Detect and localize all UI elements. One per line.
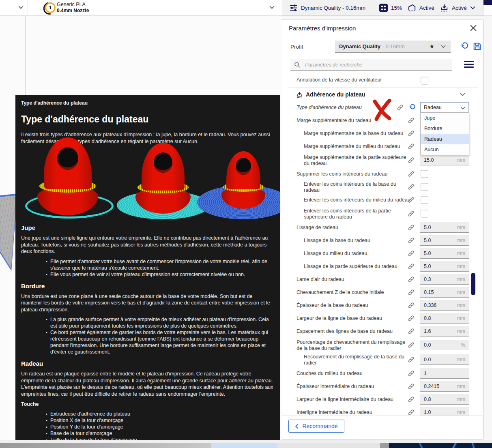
tooltip-sections: JupeUne jupe est une simple ligne qui en… (21, 224, 274, 397)
setting-value: 5.0 (424, 225, 431, 230)
setting-value: 0.15 (424, 289, 434, 295)
profile-select[interactable]: Dynamic Quality - 0.16mm ★ (335, 41, 451, 53)
setting-value-field[interactable]: 15.0mm (420, 155, 469, 165)
tooltip-bullet: Position Y de la tour d'amorçage (50, 424, 269, 430)
recommended-button[interactable]: Recommandé (288, 420, 344, 433)
setting-label: Interligne intermédiaire du radeau (296, 409, 411, 416)
dropdown-option-jupe[interactable]: Jupe (421, 113, 469, 123)
setting-row: Supprimer les coins intérieurs du radeau (282, 167, 483, 180)
setting-checkbox[interactable] (421, 77, 428, 84)
setting-checkbox[interactable] (421, 210, 428, 218)
link-icon (408, 184, 414, 190)
setting-value: 0.2415 (424, 384, 439, 389)
setting-unit: mm (457, 289, 465, 295)
adhesion-dropdown-popup: JupeBordureRadeauAucun (420, 112, 469, 155)
setting-unit: mm (457, 157, 465, 163)
tooltip-touche-list: Extrudeuse d'adhérence du plateauPositio… (21, 411, 274, 441)
setting-value-field[interactable]: 0.0% (420, 340, 469, 350)
setting-value-field[interactable]: 1 (420, 368, 469, 379)
tooltip-bullet: Position X de la tour d'amorçage (50, 417, 269, 424)
taskbar-window-preview (211, 443, 277, 448)
setting-label: Épaisseur de la base du radeau (296, 302, 411, 309)
setting-value-field[interactable]: 0.8mm (420, 313, 469, 324)
chevron-down-icon[interactable] (460, 93, 465, 96)
dropdown-option-bordure[interactable]: Bordure (421, 123, 469, 134)
setting-value-field[interactable]: 5.0mm (420, 261, 469, 272)
taskbar-segment (380, 443, 389, 448)
revert-icon[interactable] (408, 104, 415, 111)
setting-row: Largeur de la ligne de base du radeau0.8… (282, 312, 483, 325)
skirt-model-image (26, 148, 114, 219)
setting-value-field[interactable]: 0.2415mm (420, 381, 469, 392)
setting-value-field[interactable]: 0.8mm (420, 394, 469, 405)
setting-row: Lissage de radeau5.0mm (282, 221, 483, 234)
profile-suffix: - 0.16mm (382, 43, 405, 49)
setting-row: Pourcentage de chevauchement du rempliss… (282, 338, 483, 352)
category-adhesion[interactable]: Adhérence du plateau (282, 88, 483, 101)
fan-speed-override-row: Annulation de la vitesse du ventilateur (282, 73, 483, 88)
setting-value: 15.0 (424, 157, 434, 163)
close-icon[interactable] (469, 24, 477, 32)
dropdown-option-radeau[interactable]: Radeau (421, 134, 469, 144)
setting-checkbox[interactable] (421, 170, 428, 178)
setting-label: Annulation de la vitesse du ventilateur (296, 77, 382, 83)
setting-value: 5.0 (424, 251, 431, 256)
setting-value: 0.0 (424, 342, 431, 348)
buildplate-edge-line (25, 16, 26, 96)
scrollbar-thumb[interactable] (471, 273, 475, 295)
setting-label: Espacement des lignes de base du radeau (296, 328, 411, 334)
select-value: Radeau (424, 105, 442, 110)
adhesion-summary-label: Activé (452, 5, 467, 11)
printer-selector-chevron-icon[interactable] (18, 6, 24, 9)
setting-value: 0.8 (424, 315, 431, 321)
desktop-wallpaper-corner (483, 0, 492, 5)
setting-value-field[interactable]: 5.0mm (420, 248, 469, 259)
tooltip-touche-label: Touche (21, 401, 274, 407)
profile-summary: Dynamic Quality - 0.16mm (289, 0, 365, 15)
setting-value-field[interactable]: 0.15mm (420, 287, 469, 298)
setting-value-field[interactable]: 1.0mm (420, 407, 469, 416)
extruder-selector-chevron-icon[interactable] (269, 6, 275, 9)
panel-resize-handle[interactable]: ··· (379, 434, 386, 439)
setting-value-field[interactable]: 5.0mm (420, 222, 469, 233)
search-box[interactable] (290, 59, 452, 71)
setting-label: Lissage du milieu du radeau (304, 251, 411, 257)
setting-value-field[interactable]: 0.0mm (420, 354, 469, 365)
setting-label: Lissage de radeau (296, 225, 411, 231)
setting-row: Chevauchement Z de la couche initiale0.1… (282, 286, 483, 299)
setting-row: Recouvrement du remplissage de la base d… (282, 352, 483, 367)
setting-value-field[interactable]: 1.6mm (420, 326, 469, 337)
material-name: Generic PLA (57, 2, 86, 7)
setting-checkbox[interactable] (421, 183, 428, 191)
setting-label: Marge supplémentaire de la partie supéri… (304, 154, 411, 166)
setting-value-field[interactable]: 0.336mm (420, 300, 469, 311)
setting-value-field[interactable]: 5.0mm (420, 235, 469, 246)
link-icon (408, 264, 414, 270)
setting-row: Épaisseur de la base du radeau0.336mm (282, 299, 483, 312)
menu-icon[interactable] (464, 60, 474, 69)
adhesion-type-select[interactable]: Radeau (420, 102, 469, 113)
print-settings-summary-bar[interactable]: Dynamic Quality - 0.16mm 15% Activé Acti… (282, 0, 483, 15)
panel-header: Paramètres d'impression (282, 19, 483, 37)
save-profile-icon[interactable] (473, 42, 481, 51)
setting-tooltip: Type d'adhérence du plateau Type d'adhér… (15, 95, 280, 441)
tooltip-bullet: Extrudeuse d'adhérence du plateau (50, 411, 269, 417)
setting-label: Lissage de la base du radeau (304, 238, 411, 244)
search-input[interactable] (304, 60, 448, 70)
buildplate (0, 194, 15, 275)
dropdown-option-aucun[interactable]: Aucun (421, 144, 469, 155)
setting-checkbox[interactable] (421, 196, 428, 204)
link-icon (408, 409, 414, 416)
link-icon (408, 118, 414, 124)
setting-value: 0.3 (424, 277, 431, 282)
setting-label: Lame d'air du radeau (296, 277, 411, 283)
undo-profile-icon[interactable] (460, 42, 468, 51)
star-icon[interactable]: ★ (429, 43, 434, 49)
setting-row: Enlever les coins intérieurs de la parti… (282, 206, 483, 221)
setting-value-field[interactable]: 0.3mm (420, 274, 469, 285)
summary-chevron-icon[interactable] (470, 6, 475, 10)
setting-label: Enlever les coins intérieurs de la base … (304, 181, 411, 193)
support-icon (407, 3, 417, 13)
search-icon (294, 62, 301, 68)
tooltip-bullet: Elle permet d'amorcer votre buse avant d… (50, 258, 269, 271)
